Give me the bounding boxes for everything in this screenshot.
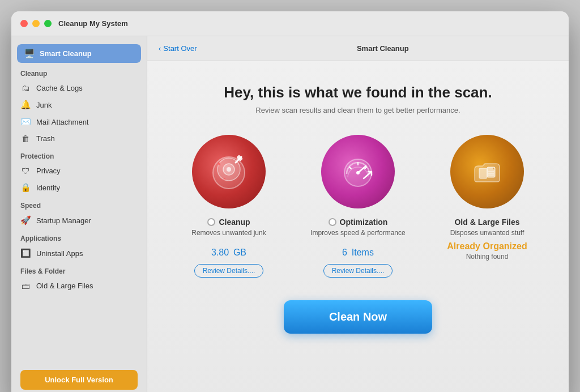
back-chevron-icon: ‹ — [159, 44, 161, 53]
cleanup-icon-circle: × × — [192, 135, 266, 208]
optimization-value-unit: Items — [352, 248, 374, 257]
minimize-button[interactable] — [32, 20, 40, 27]
optimization-card-description: Improves speed & performance — [310, 229, 405, 237]
sidebar-item-privacy[interactable]: 🛡 Privacy — [11, 163, 147, 179]
optimization-value-number: 6 — [342, 248, 347, 257]
sidebar-section-applications: Applications — [11, 229, 147, 245]
main-area: ‹ Start Over Smart Cleanup Hey, this is … — [147, 36, 569, 392]
content-area: 🖥️ Smart Cleanup Cleanup 🗂 Cache & Logs … — [11, 36, 569, 392]
junk-icon: 🔔 — [20, 100, 31, 110]
sidebar-item-identity[interactable]: 🔒 Identity — [11, 179, 147, 196]
files-icon: 🗃 — [20, 281, 31, 291]
main-heading: Hey, this is what we found in the scan. — [224, 84, 492, 101]
cards-row: × × Cleanup Removes unwanted junk 3.80 G… — [172, 135, 544, 278]
sidebar-section-cleanup: Cleanup — [11, 64, 147, 80]
shield-icon: 🛡 — [20, 166, 31, 176]
traffic-lights — [20, 20, 52, 27]
cleanup-radio[interactable] — [207, 218, 215, 226]
sidebar-item-label: Trash — [36, 134, 55, 143]
app-window: Cleanup My System 🖥️ Smart Cleanup Clean… — [11, 11, 569, 392]
mail-icon: ✉️ — [20, 117, 31, 127]
sidebar-item-label: Old & Large Files — [36, 282, 93, 290]
sidebar-section-protection: Protection — [11, 147, 147, 163]
unlock-full-version-button[interactable]: Unlock Full Version — [20, 370, 138, 390]
monitor-icon: 🖥️ — [24, 48, 35, 59]
cache-icon: 🗂 — [20, 83, 31, 93]
sidebar-item-label: Mail Attachment — [36, 118, 89, 126]
main-subtext: Review scan results and clean them to ge… — [255, 106, 460, 114]
optimization-card-title-wrap: Optimization — [329, 218, 388, 227]
sidebar-active-label: Smart Cleanup — [40, 49, 92, 58]
cleanup-review-button[interactable]: Review Details.... — [194, 264, 264, 278]
svg-text:×: × — [218, 161, 221, 167]
sidebar-item-junk[interactable]: 🔔 Junk — [11, 96, 147, 113]
window-title: Cleanup My System — [58, 19, 128, 28]
svg-text:×: × — [223, 176, 226, 181]
svg-point-3 — [227, 167, 231, 172]
sidebar-bottom: Unlock Full Version — [11, 363, 147, 392]
cleanup-card-title-wrap: Cleanup — [207, 218, 250, 227]
sidebar-section-files-folder: Files & Folder — [11, 262, 147, 278]
sidebar-item-label: Junk — [36, 101, 52, 109]
startup-icon: 🚀 — [20, 215, 31, 225]
main-content: Hey, this is what we found in the scan. … — [147, 61, 569, 392]
trash-icon: 🗑 — [20, 134, 31, 143]
card-cleanup: × × Cleanup Removes unwanted junk 3.80 G… — [172, 135, 285, 278]
optimization-icon-circle — [321, 135, 395, 208]
uninstall-icon: 🔲 — [20, 248, 31, 258]
optimization-review-button[interactable]: Review Details.... — [323, 264, 393, 278]
titlebar: Cleanup My System — [11, 11, 569, 36]
sidebar-item-smart-cleanup[interactable]: 🖥️ Smart Cleanup — [17, 44, 141, 63]
sidebar-section-speed: Speed — [11, 196, 147, 212]
sidebar-item-label: Startup Manager — [36, 216, 91, 225]
files-illustration — [464, 149, 510, 194]
card-optimization: Optimization Improves speed & performanc… — [301, 135, 415, 278]
files-icon-circle — [450, 135, 524, 208]
sidebar-item-old-large-files[interactable]: 🗃 Old & Large Files — [11, 278, 147, 294]
files-card-title: Old & Large Files — [454, 218, 519, 227]
files-status-sub: Nothing found — [466, 253, 509, 261]
cleanup-value-unit: GB — [233, 248, 246, 257]
cleanup-card-value: 3.80 GB — [211, 241, 246, 259]
card-old-large-files: Old & Large Files Disposes unwanted stuf… — [430, 135, 544, 278]
optimization-radio[interactable] — [329, 218, 336, 226]
files-status: Already Organized — [447, 241, 527, 252]
cleanup-illustration: × × — [206, 149, 251, 194]
cleanup-card-description: Removes unwanted junk — [191, 229, 266, 237]
lock-icon: 🔒 — [20, 182, 31, 193]
close-button[interactable] — [20, 20, 28, 27]
sidebar-item-startup-manager[interactable]: 🚀 Startup Manager — [11, 212, 147, 229]
cleanup-card-title: Cleanup — [219, 218, 250, 227]
clean-now-button[interactable]: Clean Now — [284, 300, 432, 334]
optimization-card-title: Optimization — [340, 218, 388, 227]
svg-rect-14 — [479, 168, 487, 178]
maximize-button[interactable] — [44, 20, 52, 27]
sidebar-item-trash[interactable]: 🗑 Trash — [11, 130, 147, 147]
sidebar-item-uninstall-apps[interactable]: 🔲 Uninstall Apps — [11, 245, 147, 262]
sidebar-item-mail-attachment[interactable]: ✉️ Mail Attachment — [11, 113, 147, 130]
toolbar-title: Smart Cleanup — [357, 44, 409, 53]
optimization-illustration — [335, 149, 381, 194]
sidebar-item-label: Privacy — [36, 167, 61, 175]
sidebar-item-label: Cache & Logs — [36, 84, 83, 92]
toolbar: ‹ Start Over Smart Cleanup — [147, 36, 569, 61]
files-card-description: Disposes unwanted stuff — [450, 229, 524, 237]
cleanup-value-number: 3.80 — [211, 248, 229, 257]
sidebar-item-cache-logs[interactable]: 🗂 Cache & Logs — [11, 80, 147, 96]
back-label: Start Over — [163, 44, 197, 53]
sidebar: 🖥️ Smart Cleanup Cleanup 🗂 Cache & Logs … — [11, 36, 147, 392]
svg-point-13 — [356, 171, 360, 174]
optimization-card-value: 6 Items — [342, 241, 374, 259]
back-button[interactable]: ‹ Start Over — [159, 44, 197, 53]
sidebar-item-label: Identity — [36, 184, 60, 192]
sidebar-item-label: Uninstall Apps — [36, 249, 83, 258]
